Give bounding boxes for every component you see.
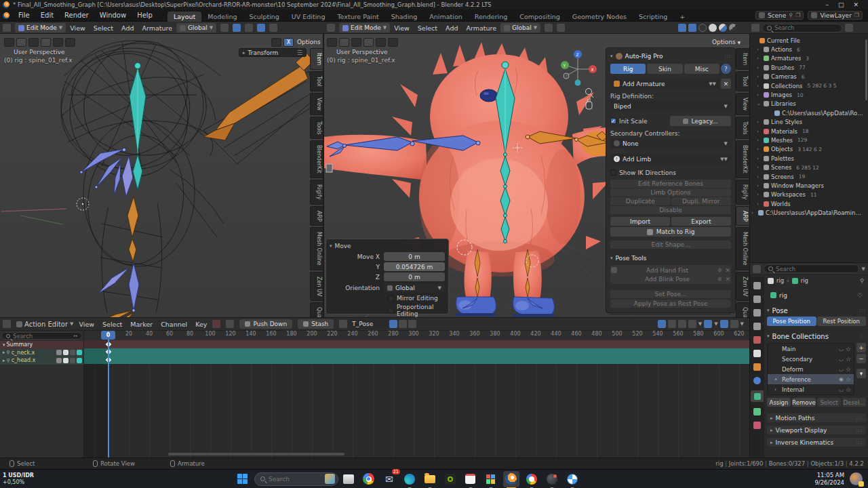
viewport-menu-item[interactable]: Select (418, 24, 437, 32)
workspace-tab[interactable]: Animation (423, 12, 468, 22)
arp-tab-skin[interactable]: Skin (647, 64, 682, 74)
legacy-button[interactable]: Legacy... (670, 116, 731, 126)
select-mode-face-icon[interactable] (41, 38, 51, 47)
visibility-eye-icon[interactable]: ◡ (839, 386, 844, 392)
dope-menu-item[interactable]: View (79, 321, 94, 328)
proportional-icon[interactable] (233, 24, 241, 32)
lock-icon[interactable] (70, 350, 75, 355)
inverse-kinematics-panel[interactable]: ▸Inverse Kinematics::: (767, 438, 866, 447)
arp-help-button[interactable]: ? (721, 64, 731, 74)
add-limb-dropdown[interactable]: ! Add Limb▼▼ (610, 154, 731, 164)
collection-name[interactable]: Secondary (782, 356, 812, 363)
select-mode-lasso-icon[interactable] (388, 38, 398, 47)
channel-row[interactable]: ▸ ⚲ c_neck.x (0, 349, 83, 357)
viewport-menu-item[interactable]: Armature (142, 24, 172, 32)
sidebar-tab[interactable]: View (310, 93, 323, 115)
workspace-tab[interactable]: + (673, 12, 691, 22)
outliner-label[interactable]: Workspaces (771, 191, 806, 198)
outliner-row[interactable]: › Images 10 (750, 90, 868, 99)
scene-tab-icon[interactable] (753, 350, 761, 357)
maximize-button[interactable]: □ (838, 1, 844, 8)
close-button[interactable]: ✕ (853, 1, 859, 8)
outliner-label[interactable]: Current File (767, 37, 800, 44)
outliner-label[interactable]: Line Styles (771, 119, 802, 125)
mode-dropdown-left[interactable]: Edit Mode▼ (15, 23, 66, 33)
photos-icon[interactable] (462, 471, 479, 487)
dope-hscrollbar[interactable] (168, 453, 344, 455)
motion-paths-panel[interactable]: ▸Motion Paths::: (767, 413, 866, 422)
outliner-row[interactable]: › Workspaces 11 (750, 190, 868, 199)
outliner-label[interactable]: Objects (771, 146, 793, 152)
orientation-dropdown-right[interactable]: Global▼ (500, 23, 540, 33)
solo-star-icon[interactable]: ☆ (846, 366, 851, 373)
add-hand-fist-button[interactable]: Add Hand Fist (620, 267, 715, 274)
viewport-display-panel[interactable]: ▸Viewport Display::: (767, 426, 866, 434)
frame-all-icon[interactable] (668, 320, 676, 328)
limb-options-button[interactable]: Limb Options (610, 188, 731, 197)
outliner-row[interactable]: › Armatures 3 (750, 54, 868, 63)
sidebar-tab[interactable]: Rigify (736, 180, 749, 205)
menu-item[interactable]: Help (132, 12, 158, 19)
tray-notification-icon[interactable] (850, 472, 863, 485)
sidebar-tab[interactable]: ARP (310, 206, 323, 226)
mute-checkbox-icon[interactable] (63, 358, 68, 363)
move-y-field[interactable]: 0.054726 m (384, 262, 445, 271)
constraint-tab-icon[interactable] (753, 408, 761, 415)
properties-type-icon[interactable] (753, 265, 761, 273)
select-mode-edge-icon[interactable] (28, 38, 39, 47)
workspace-tab[interactable]: Layout (167, 12, 201, 22)
dope-menu-item[interactable]: Select (102, 321, 122, 328)
move-panel-title[interactable]: Move (335, 243, 351, 249)
shading-material-icon[interactable] (719, 24, 727, 32)
outliner-label[interactable]: Brushes (771, 64, 794, 71)
widgets-button[interactable]: 1 USD/IDR +0,50% (3, 472, 34, 485)
outliner-row[interactable]: › Window Managers (750, 181, 868, 190)
workspace-tab[interactable]: Shading (385, 12, 424, 22)
outliner-label[interactable]: C:\Users\asus\AppData\Roaming\Blender (766, 209, 863, 216)
show-gizmo-icon[interactable] (678, 24, 686, 32)
solo-star-icon[interactable]: ☆ (846, 356, 851, 363)
sidebar-tab[interactable]: ARP (736, 206, 749, 226)
expand-arrow-icon[interactable]: ⌄ (757, 101, 762, 106)
filter-funnel-icon[interactable] (688, 320, 696, 328)
viewport-menu-item[interactable]: View (70, 24, 85, 32)
proportional-icon[interactable] (557, 24, 565, 32)
properties-search-input[interactable] (776, 266, 854, 272)
bone-collections-header[interactable]: Bone Collections (772, 333, 829, 340)
sidebar-tab[interactable]: Tool (736, 71, 749, 92)
sidebar-tab[interactable]: Item (310, 48, 323, 70)
outliner-row[interactable]: › Brushes 77 (750, 63, 868, 72)
push-down-button[interactable]: Push Down (239, 319, 292, 329)
warning-icon[interactable] (678, 320, 686, 328)
channel-search-input[interactable] (13, 333, 71, 340)
output-tab-icon[interactable] (753, 309, 761, 317)
outliner-row[interactable]: ⌄ Libraries (750, 100, 868, 108)
visibility-eye-icon[interactable]: ◉ (839, 376, 844, 382)
solo-star-icon[interactable]: ☆ (846, 346, 851, 352)
editor-type-icon[interactable] (327, 24, 335, 32)
collection-specials-button[interactable]: ▾ (856, 369, 866, 378)
proportional-editing-checkbox[interactable] (388, 308, 394, 314)
dopesheet-type-icon[interactable] (3, 320, 11, 328)
outliner-label[interactable]: Scenes (771, 164, 791, 171)
expand-arrow-icon[interactable]: › (757, 146, 762, 152)
workspace-tab[interactable]: Modeling (201, 12, 243, 22)
mirror-x-toggle[interactable]: X (283, 38, 294, 47)
viewlayer-selector[interactable]: ViewLayer ❐ (808, 11, 863, 20)
workspace-tab[interactable]: Texture Paint (331, 12, 384, 22)
expand-arrow-icon[interactable]: › (757, 74, 762, 79)
action-browse-icon[interactable] (339, 320, 347, 328)
shading-solid-icon[interactable] (709, 24, 717, 32)
sidebar-tab[interactable]: BlenderKit (310, 140, 323, 178)
move-x-field[interactable]: 0 m (384, 252, 445, 261)
expand-arrow-icon[interactable]: › (757, 83, 762, 89)
object-tab-icon[interactable] (753, 363, 761, 371)
sidebar-tab[interactable]: Zen UV (310, 272, 323, 301)
expand-arrow-icon[interactable]: › (751, 210, 756, 216)
lock-icon[interactable] (70, 358, 75, 363)
mute-checkbox-icon[interactable] (63, 350, 68, 355)
workspace-tab[interactable]: Rendering (469, 12, 514, 22)
sidebar-tab[interactable]: Mesh Online (736, 227, 749, 270)
properties-search[interactable] (764, 264, 859, 273)
outliner-label[interactable]: Armatures (771, 55, 801, 62)
